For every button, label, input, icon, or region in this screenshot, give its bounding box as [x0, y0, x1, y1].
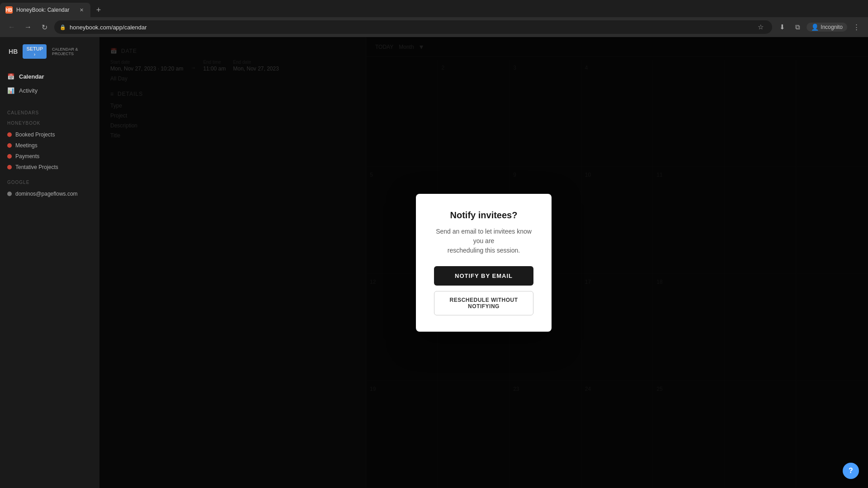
reschedule-without-notifying-button[interactable]: RESCHEDULE WITHOUT NOTIFYING [434, 291, 533, 315]
browser-tabs: HB HoneyBook: Calendar ✕ + [0, 0, 868, 17]
incognito-label: Incognito [821, 24, 843, 30]
activity-nav-label: Activity [19, 87, 38, 94]
modal-description-line2: rescheduling this session. [448, 247, 520, 254]
calendar-nav-label: Calendar [19, 73, 44, 80]
refresh-button[interactable]: ↻ [38, 21, 51, 33]
tab-close-button[interactable]: ✕ [78, 6, 85, 14]
browser-chrome: HB HoneyBook: Calendar ✕ + ← → ↻ 🔒 honey… [0, 0, 868, 37]
url-text: honeybook.com/app/calendar [70, 24, 750, 31]
extensions-icon[interactable]: ⧉ [791, 21, 804, 33]
calendars-section-label: CALENDARS [0, 108, 99, 119]
sidebar: HB SETUP › CALENDAR & PROJECTS 📅 Calenda… [0, 37, 99, 488]
meetings-label: Meetings [15, 142, 38, 149]
incognito-button[interactable]: 👤 Incognito [807, 23, 847, 32]
lock-icon: 🔒 [60, 24, 66, 30]
new-tab-button[interactable]: + [92, 4, 105, 16]
booked-projects-label: Booked Projects [15, 131, 55, 138]
modal-overlay: Notify invitees? Send an email to let in… [99, 37, 868, 488]
bookmark-icon[interactable]: ☆ [754, 21, 767, 33]
incognito-avatar: 👤 [811, 23, 819, 31]
setup-button[interactable]: SETUP › [23, 44, 46, 59]
modal-title: Notify invitees? [434, 210, 533, 221]
google-cal-dot [7, 192, 12, 196]
google-section: Google dominos@pageflows.com [0, 173, 99, 199]
payments-label: Payments [15, 153, 39, 160]
tentative-projects-dot [7, 165, 12, 169]
menu-icon[interactable]: ⋮ [850, 21, 863, 33]
browser-toolbar: ← → ↻ 🔒 honeybook.com/app/calendar ☆ ⬇ ⧉… [0, 17, 868, 37]
active-tab[interactable]: HB HoneyBook: Calendar ✕ [0, 3, 90, 17]
booked-projects-dot [7, 132, 12, 137]
tentative-projects-label: Tentative Projects [15, 164, 58, 170]
sidebar-logo: HB SETUP › CALENDAR & PROJECTS [0, 44, 99, 66]
download-icon[interactable]: ⬇ [776, 21, 788, 33]
notify-invitees-modal: Notify invitees? Send an email to let in… [416, 194, 552, 332]
activity-icon: 📊 [7, 87, 14, 94]
modal-description-line1: Send an email to let invitees know you a… [436, 228, 532, 244]
sidebar-item-activity[interactable]: 📊 Activity [0, 84, 99, 98]
honeybook-calendars-section: CALENDARS HoneyBook Booked Projects Meet… [0, 101, 99, 173]
hb-logo: HB [7, 44, 19, 59]
google-cal-item[interactable]: dominos@pageflows.com [0, 188, 99, 199]
sidebar-nav: 📅 Calendar 📊 Activity [0, 66, 99, 101]
sidebar-item-calendar[interactable]: 📅 Calendar [0, 70, 99, 84]
meetings-cal[interactable]: Meetings [0, 140, 99, 151]
modal-description: Send an email to let invitees know you a… [434, 227, 533, 255]
meetings-dot [7, 143, 12, 148]
address-bar[interactable]: 🔒 honeybook.com/app/calendar ☆ [54, 20, 772, 34]
tentative-projects-cal[interactable]: Tentative Projects [0, 162, 99, 173]
app-container: HB SETUP › CALENDAR & PROJECTS 📅 Calenda… [0, 37, 868, 488]
tab-title: HoneyBook: Calendar [16, 7, 74, 13]
payments-cal[interactable]: Payments [0, 151, 99, 162]
tab-favicon: HB [5, 6, 13, 14]
google-section-label: Google [0, 178, 99, 188]
toolbar-actions: ⬇ ⧉ 👤 Incognito ⋮ [776, 21, 863, 33]
help-button[interactable]: ? [843, 463, 859, 479]
honeybook-label: HoneyBook [0, 119, 99, 129]
back-button[interactable]: ← [5, 21, 18, 33]
calendar-link: CALENDAR & PROJECTS [52, 47, 92, 56]
calendar-icon: 📅 [7, 73, 14, 80]
google-cal-label: dominos@pageflows.com [15, 191, 78, 197]
main-content: 📅 DATE Start date Mon, Nov 27, 2023 · 10… [99, 37, 868, 488]
booked-projects-cal[interactable]: Booked Projects [0, 129, 99, 140]
payments-dot [7, 154, 12, 159]
notify-by-email-button[interactable]: NOTIFY BY EMAIL [434, 266, 533, 286]
forward-button[interactable]: → [22, 21, 34, 33]
